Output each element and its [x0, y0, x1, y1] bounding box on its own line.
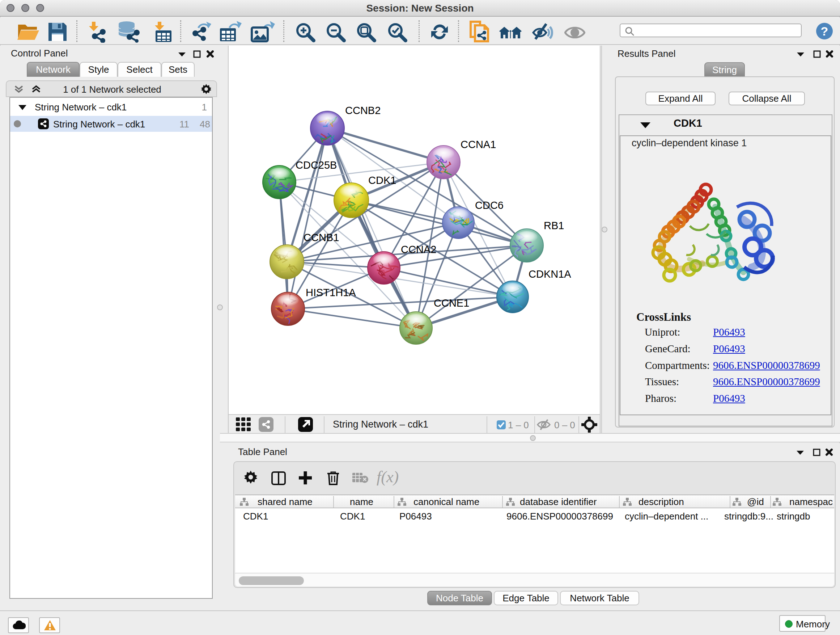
svg-text:HIST1H1A: HIST1H1A [306, 287, 356, 298]
svg-text:CCNA2: CCNA2 [401, 244, 436, 255]
svg-text:CCNA1: CCNA1 [461, 139, 496, 150]
svg-text:CCNE1: CCNE1 [434, 297, 469, 309]
svg-text:RB1: RB1 [544, 220, 564, 231]
svg-text:CDC25B: CDC25B [295, 159, 337, 171]
svg-text:CDKN1A: CDKN1A [529, 268, 571, 280]
svg-text:CCNB2: CCNB2 [345, 105, 381, 116]
svg-text:CCNB1: CCNB1 [303, 232, 339, 243]
svg-text:CDK1: CDK1 [368, 174, 396, 186]
svg-text:CDC6: CDC6 [475, 200, 504, 211]
